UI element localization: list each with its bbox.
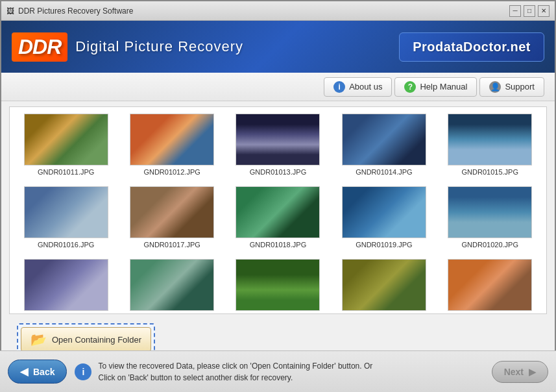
support-label: Support xyxy=(505,82,535,92)
gallery-item[interactable]: GNDR01014.JPG xyxy=(334,114,433,176)
app-title: DDR Pictures Recovery Software xyxy=(18,6,133,16)
gallery-item[interactable]: GNDR01021.JPG xyxy=(16,259,115,313)
back-label: Back xyxy=(33,367,54,377)
gallery-grid: GNDR01011.JPG GNDR01012.JPG GNDR01013.JP… xyxy=(16,114,540,313)
folder-icon: 📂 xyxy=(30,332,47,347)
gallery-item[interactable]: GNDR01018.JPG xyxy=(228,186,328,249)
gallery-thumbnail xyxy=(342,114,426,165)
gallery-item[interactable]: GNDR01012.JPG xyxy=(122,114,221,176)
back-button[interactable]: ◀ Back xyxy=(8,360,67,384)
gallery-thumbnail xyxy=(130,186,214,238)
app-header: DDR Digital Picture Recovery ProdataDoct… xyxy=(1,21,555,73)
gallery-item-label: GNDR01014.JPG xyxy=(356,168,412,176)
gallery-item[interactable]: GNDR01011.JPG xyxy=(16,114,115,176)
header-left: DDR Digital Picture Recovery xyxy=(12,32,243,62)
next-button[interactable]: Next ▶ xyxy=(492,361,548,383)
gallery-item-label: GNDR01020.JPG xyxy=(462,241,518,249)
gallery-item-label: GNDR01015.JPG xyxy=(462,168,518,176)
title-bar-title: 🖼 DDR Pictures Recovery Software xyxy=(6,6,133,16)
gallery-item[interactable]: GNDR01016.JPG xyxy=(16,186,115,249)
gallery-container: GNDR01011.JPG GNDR01012.JPG GNDR01013.JP… xyxy=(9,106,547,314)
brand-name: ProdataDoctor.net xyxy=(399,32,544,62)
gallery-thumbnail xyxy=(24,114,108,165)
bottom-bar: ◀ Back i To view the recovered Data, ple… xyxy=(0,350,556,392)
gallery-item-label: GNDR01013.JPG xyxy=(250,168,306,176)
app-icon: 🖼 xyxy=(6,6,14,16)
gallery-thumbnail xyxy=(130,259,214,311)
gallery-thumbnail xyxy=(130,114,214,165)
open-folder-button[interactable]: 📂 Open Containing Folder xyxy=(21,327,151,352)
gallery-thumbnail xyxy=(236,259,320,311)
gallery-item[interactable]: GNDR01015.JPG xyxy=(441,114,540,176)
next-label: Next xyxy=(504,367,524,377)
gallery-thumbnail xyxy=(236,186,320,238)
minimize-button[interactable]: ─ xyxy=(509,5,521,17)
gallery-item[interactable]: GNDR01022.JPG xyxy=(122,259,221,313)
info-section: i To view the recovered Data, please cli… xyxy=(75,360,483,384)
gallery-thumbnail xyxy=(342,186,426,238)
gallery-thumbnail xyxy=(24,259,108,311)
info-text: To view the recovered Data, please click… xyxy=(98,360,372,384)
gallery-item-label: GNDR01018.JPG xyxy=(250,241,306,249)
info-line-1: To view the recovered Data, please click… xyxy=(98,360,372,372)
gallery-item[interactable]: GNDR01023.JPG xyxy=(228,259,328,313)
gallery-item[interactable]: GNDR01025.JPG xyxy=(441,259,540,313)
app-subtitle: Digital Picture Recovery xyxy=(75,38,243,55)
gallery-item-label: GNDR01019.JPG xyxy=(356,241,412,249)
question-icon: ? xyxy=(404,81,416,93)
gallery-item-label: GNDR01012.JPG xyxy=(143,168,200,176)
back-arrow-icon: ◀ xyxy=(20,365,28,378)
gallery-item-label: GNDR01017.JPG xyxy=(143,241,200,249)
title-bar: 🖼 DDR Pictures Recovery Software ─ □ ✕ xyxy=(1,1,555,21)
gallery-item[interactable]: GNDR01013.JPG xyxy=(228,114,328,176)
folder-btn-label: Open Containing Folder xyxy=(52,335,141,345)
help-manual-button[interactable]: ? Help Manual xyxy=(394,77,477,97)
title-bar-controls: ─ □ ✕ xyxy=(509,5,550,17)
gallery-item-label: GNDR01016.JPG xyxy=(38,241,94,249)
ddr-logo: DDR xyxy=(12,32,67,62)
gallery-thumbnail xyxy=(448,186,532,238)
about-us-button[interactable]: i About us xyxy=(324,77,392,97)
info-icon: i xyxy=(333,81,345,93)
info-circle-icon: i xyxy=(75,363,91,380)
gallery-scroll-area[interactable]: GNDR01011.JPG GNDR01012.JPG GNDR01013.JP… xyxy=(10,107,546,313)
gallery-item[interactable]: GNDR01020.JPG xyxy=(441,186,540,249)
next-arrow-icon: ▶ xyxy=(529,367,536,377)
nav-bar: i About us ? Help Manual 👤 Support xyxy=(1,73,555,101)
gallery-thumbnail xyxy=(236,114,320,165)
info-line-2: Click on 'Back' button to select another… xyxy=(98,372,372,384)
support-icon: 👤 xyxy=(489,81,501,93)
close-button[interactable]: ✕ xyxy=(538,5,550,17)
gallery-item[interactable]: GNDR01024.JPG xyxy=(334,259,433,313)
maximize-button[interactable]: □ xyxy=(524,5,535,17)
about-us-label: About us xyxy=(349,82,382,92)
gallery-thumbnail xyxy=(24,186,108,238)
gallery-thumbnail xyxy=(448,114,532,165)
gallery-thumbnail xyxy=(448,259,532,311)
gallery-item[interactable]: GNDR01019.JPG xyxy=(334,186,433,249)
help-manual-label: Help Manual xyxy=(420,82,467,92)
gallery-thumbnail xyxy=(342,259,426,311)
support-button[interactable]: 👤 Support xyxy=(479,77,544,97)
gallery-item-label: GNDR01011.JPG xyxy=(38,168,94,176)
gallery-item[interactable]: GNDR01017.JPG xyxy=(122,186,221,249)
